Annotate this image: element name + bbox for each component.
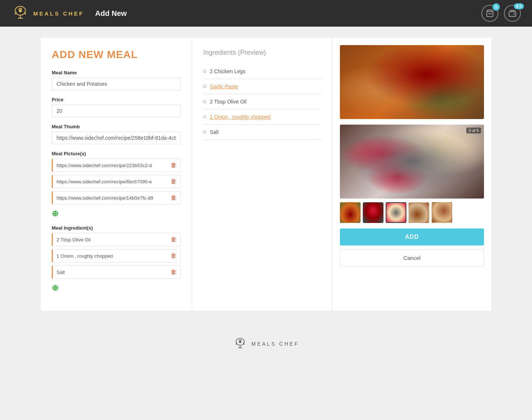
- picture-input-1[interactable]: [53, 160, 167, 171]
- preview-item-3: 2 Tbsp Olive Oil: [203, 94, 321, 109]
- preview-text-3: 2 Tbsp Olive Oil: [210, 99, 246, 105]
- delete-picture-3-button[interactable]: 🗑: [167, 192, 180, 204]
- ingredient-input-3[interactable]: [53, 267, 167, 278]
- meal-name-input[interactable]: [52, 78, 181, 90]
- ingredient-row-3: 🗑: [52, 265, 181, 279]
- meal-ingredients-section: Meal Ingredient(s) 🗑 🗑 🗑 ⊕: [52, 225, 181, 293]
- delete-picture-2-button[interactable]: 🗑: [167, 175, 180, 188]
- thumb-img-5: [432, 203, 451, 222]
- delete-ingredient-3-button[interactable]: 🗑: [167, 266, 180, 278]
- delete-ingredient-2-button[interactable]: 🗑: [167, 250, 180, 262]
- middle-panel: Ingredients (Preview) 2 Chicken Legs Gar…: [192, 38, 332, 311]
- preview-item-1: 2 Chicken Legs: [203, 64, 321, 79]
- ingredient-row-1: 🗑: [52, 233, 181, 246]
- meal-image-secondary: 3 of 5: [340, 125, 484, 199]
- ingredient-row-2: 🗑: [52, 249, 181, 262]
- add-ingredient-button[interactable]: ⊕: [52, 283, 58, 293]
- bullet-2: [203, 85, 206, 88]
- food-image-1: [340, 45, 484, 119]
- delete-picture-1-button[interactable]: 🗑: [167, 159, 180, 172]
- cart-button[interactable]: 0: [481, 5, 498, 22]
- preview-item-5: Salt: [203, 125, 321, 140]
- thumbnail-2[interactable]: [363, 202, 383, 223]
- right-panel: 3 of 5 ADD Cancel: [332, 38, 491, 311]
- thumbnails-row: [340, 202, 484, 223]
- logo-icon: [11, 4, 30, 23]
- svg-point-1: [19, 9, 22, 12]
- thumb-img-3: [386, 203, 406, 222]
- svg-point-8: [514, 14, 515, 14]
- meal-name-label: Meal Name: [52, 70, 181, 75]
- ingredients-preview-title: Ingredients (Preview): [203, 49, 321, 57]
- meal-pictures-label: Meal Picture(s): [52, 151, 181, 156]
- thumbnail-4[interactable]: [409, 202, 429, 223]
- svg-point-10: [239, 341, 241, 343]
- preview-text-4: 1 Onion , roughly chopped: [210, 114, 270, 120]
- preview-text-2: Garlic Paste: [210, 84, 238, 89]
- food-image-2: [340, 125, 484, 199]
- price-label: Price: [52, 97, 181, 102]
- add-new-meal-title: ADD NEW MEAL: [52, 49, 181, 61]
- picture-row-1: 🗑: [52, 159, 181, 172]
- thumb-img-1: [341, 203, 360, 222]
- thumbnail-5[interactable]: [432, 202, 452, 223]
- meal-thumb-input[interactable]: [52, 132, 181, 144]
- picture-row-2: 🗑: [52, 175, 181, 188]
- footer-logo-icon: [233, 336, 248, 351]
- cart-badge: 0: [492, 3, 500, 11]
- preview-item-2: Garlic Paste: [203, 79, 321, 94]
- header-right: 0 $ 0: [481, 5, 521, 22]
- wallet-button[interactable]: $ 0: [504, 5, 521, 22]
- thumb-img-2: [364, 203, 383, 222]
- ingredient-input-1[interactable]: [53, 234, 167, 245]
- preview-text-5: Salt: [210, 129, 219, 135]
- header: MEALS CHEF Add New 0 $ 0: [0, 0, 532, 27]
- preview-item-4: 1 Onion , roughly chopped: [203, 109, 321, 125]
- meal-thumb-group: Meal Thumb: [52, 124, 181, 144]
- delete-ingredient-1-button[interactable]: 🗑: [167, 233, 180, 246]
- price-input[interactable]: [52, 105, 181, 117]
- meal-thumb-label: Meal Thumb: [52, 124, 181, 129]
- left-panel: ADD NEW MEAL Meal Name Price Meal Thumb …: [41, 38, 192, 311]
- footer: MEALS CHEF: [0, 322, 532, 359]
- bullet-5: [203, 131, 206, 133]
- thumbnail-1[interactable]: [340, 202, 361, 223]
- header-left: MEALS CHEF Add New: [11, 4, 127, 23]
- meal-image-main: [340, 45, 484, 119]
- thumb-img-4: [409, 203, 429, 222]
- thumbnail-3[interactable]: [386, 202, 406, 223]
- bullet-3: [203, 100, 206, 103]
- picture-input-2[interactable]: [53, 176, 167, 187]
- meal-pictures-section: Meal Picture(s) 🗑 🗑 🗑 ⊕: [52, 151, 181, 219]
- meal-ingredients-label: Meal Ingredient(s): [52, 225, 181, 231]
- image-counter: 3 of 5: [466, 128, 481, 133]
- price-group: Price: [52, 97, 181, 117]
- ingredient-input-2[interactable]: [53, 250, 167, 262]
- main-content: ADD NEW MEAL Meal Name Price Meal Thumb …: [41, 38, 491, 311]
- add-meal-button[interactable]: ADD: [340, 228, 484, 245]
- logo-text: MEALS CHEF: [33, 10, 84, 17]
- cancel-button[interactable]: Cancel: [340, 249, 484, 267]
- bullet-4: [203, 115, 206, 118]
- picture-row-3: 🗑: [52, 191, 181, 204]
- footer-logo-text: MEALS CHEF: [251, 341, 299, 347]
- page-title: Add New: [95, 9, 127, 18]
- preview-text-1: 2 Chicken Legs: [210, 68, 246, 74]
- meal-name-group: Meal Name: [52, 70, 181, 90]
- wallet-badge: $ 0: [514, 3, 524, 9]
- bullet-1: [203, 70, 206, 73]
- add-picture-button[interactable]: ⊕: [52, 209, 58, 219]
- picture-input-3[interactable]: [53, 192, 167, 204]
